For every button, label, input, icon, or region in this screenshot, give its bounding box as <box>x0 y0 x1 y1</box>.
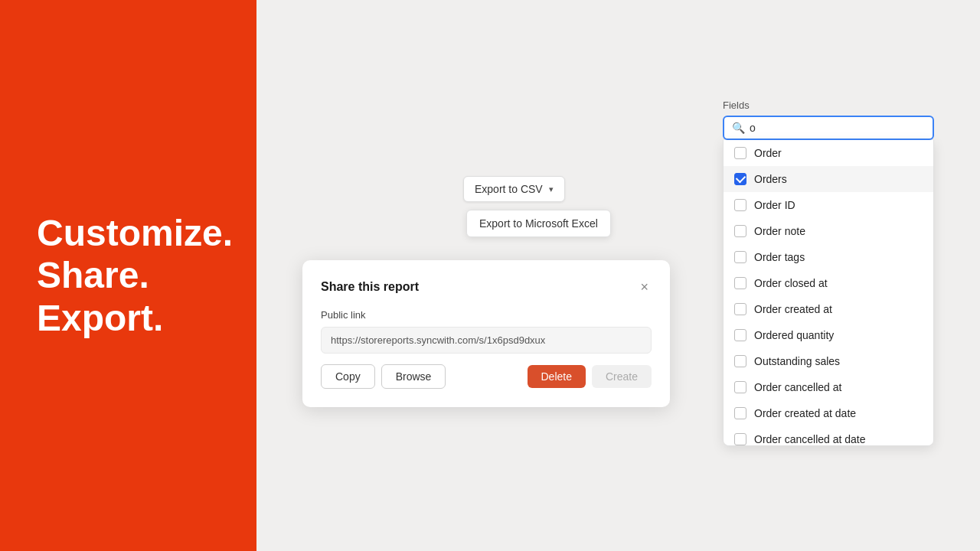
field-label: Outstanding sales <box>754 355 840 367</box>
field-checkbox <box>734 199 746 211</box>
export-csv-label: Export to CSV <box>475 183 543 195</box>
export-excel-option[interactable]: Export to Microsoft Excel <box>466 210 611 237</box>
field-item[interactable]: Ordered quantity <box>724 322 933 348</box>
export-csv-button[interactable]: Export to CSV ▾ <box>463 176 565 202</box>
field-label: Order <box>754 147 782 159</box>
left-panel: Customize. Share. Export. <box>0 0 256 551</box>
field-checkbox <box>734 147 746 159</box>
field-label: Order cancelled at <box>754 381 841 393</box>
field-label: Order created at date <box>754 407 856 419</box>
fields-search-wrapper: 🔍 <box>723 116 934 140</box>
headline-line2: Share. <box>37 255 149 295</box>
field-checkbox <box>734 251 746 263</box>
field-label: Order created at <box>754 303 832 315</box>
close-button[interactable]: × <box>637 279 652 295</box>
export-area: Export to CSV ▾ Export to Microsoft Exce… <box>463 176 565 202</box>
field-item[interactable]: Orders <box>724 166 933 192</box>
field-label: Orders <box>754 173 787 185</box>
fields-search-input[interactable] <box>750 122 925 134</box>
field-checkbox <box>734 355 746 367</box>
share-actions: Copy Browse Delete Create <box>321 364 652 389</box>
export-excel-label: Export to Microsoft Excel <box>479 217 598 230</box>
delete-button[interactable]: Delete <box>528 365 586 388</box>
headline-line1: Customize. <box>37 213 233 253</box>
field-item[interactable]: Order created at date <box>724 400 933 426</box>
field-checkbox <box>734 329 746 341</box>
field-checkbox <box>734 277 746 289</box>
fields-panel: Fields 🔍 OrderOrdersOrder IDOrder noteOr… <box>723 99 934 446</box>
field-label: Ordered quantity <box>754 329 834 341</box>
field-item[interactable]: Order tags <box>724 244 933 270</box>
search-icon: 🔍 <box>732 122 745 134</box>
headline-line3: Export. <box>37 298 163 338</box>
chevron-down-icon: ▾ <box>549 184 554 194</box>
create-button[interactable]: Create <box>592 365 652 388</box>
share-dialog-title: Share this report <box>321 280 419 294</box>
field-label: Order ID <box>754 199 795 211</box>
share-dialog: Share this report × Public link Copy Bro… <box>302 260 670 407</box>
field-label: Order cancelled at date <box>754 433 866 445</box>
field-checkbox <box>734 225 746 237</box>
field-label: Order note <box>754 225 805 237</box>
copy-button[interactable]: Copy <box>321 364 375 389</box>
field-checkbox <box>734 381 746 393</box>
field-checkbox <box>734 433 746 445</box>
public-link-label: Public link <box>321 309 652 321</box>
fields-label: Fields <box>723 99 934 111</box>
close-icon: × <box>640 279 648 295</box>
browse-button[interactable]: Browse <box>381 364 446 389</box>
field-item[interactable]: Outstanding sales <box>724 348 933 374</box>
public-link-input[interactable] <box>321 327 652 354</box>
field-item[interactable]: Order cancelled at date <box>724 426 933 446</box>
fields-dropdown: OrderOrdersOrder IDOrder noteOrder tagsO… <box>723 140 934 446</box>
field-item[interactable]: Order <box>724 140 933 166</box>
field-checkbox <box>734 407 746 419</box>
field-item[interactable]: Order closed at <box>724 270 933 296</box>
field-item[interactable]: Order cancelled at <box>724 374 933 400</box>
field-checkbox <box>734 173 746 185</box>
field-item[interactable]: Order note <box>724 218 933 244</box>
field-checkbox <box>734 303 746 315</box>
share-dialog-header: Share this report × <box>321 279 652 295</box>
field-label: Order tags <box>754 251 805 263</box>
right-panel: Export to CSV ▾ Export to Microsoft Exce… <box>256 0 980 551</box>
field-item[interactable]: Order created at <box>724 296 933 322</box>
headline: Customize. Share. Export. <box>37 212 233 339</box>
field-label: Order closed at <box>754 277 828 289</box>
field-item[interactable]: Order ID <box>724 192 933 218</box>
